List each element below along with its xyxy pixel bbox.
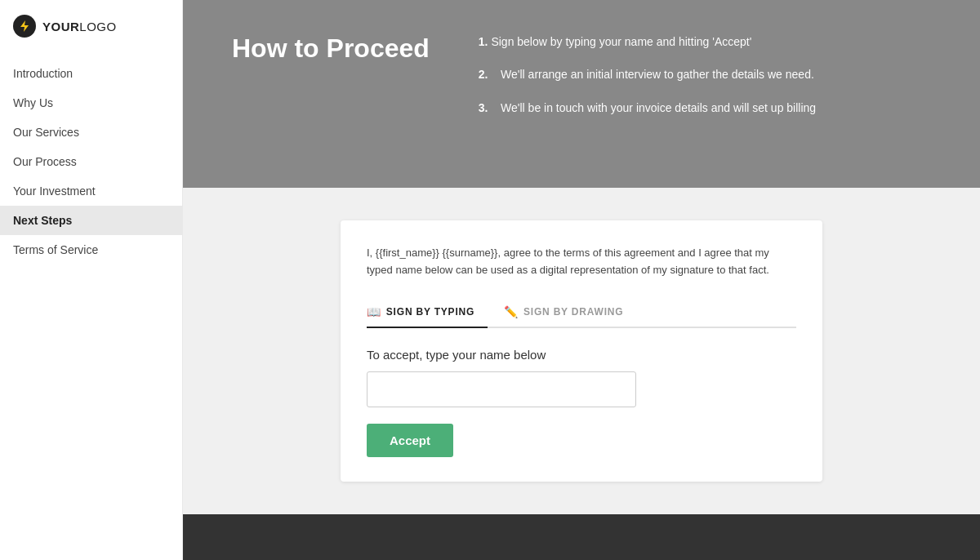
sidebar-item-your-investment[interactable]: Your Investment [0,176,182,206]
main-content: How to Proceed 1. Sign below by typing y… [183,0,980,560]
step-1-number: 1. [479,35,488,48]
sidebar-item-next-steps[interactable]: Next Steps [0,206,182,235]
type-name-label: To accept, type your name below [367,348,796,362]
book-icon: 📖 [367,305,381,318]
pencil-icon: ✏️ [504,305,519,318]
tab-sign-by-typing[interactable]: 📖 SIGN BY TYPING [367,297,488,328]
agreement-text: I, {{first_name}} {{surname}}, agree to … [367,245,796,279]
step-2-text: We'll arrange an initial interview to ga… [501,68,814,81]
hero-section: How to Proceed 1. Sign below by typing y… [183,0,980,188]
hero-title: How to Proceed [232,33,430,64]
tab-drawing-label: SIGN BY DRAWING [523,306,623,318]
tab-typing-label: SIGN BY TYPING [386,306,474,318]
logo-logo: LOGO [79,20,116,33]
hero-step-1: 1. Sign below by typing your name and hi… [479,33,931,51]
logo-your: YOUR [42,20,79,33]
hero-step-2: 2. We'll arrange an initial interview to… [479,65,931,83]
logo-text: YOURLOGO [42,20,117,33]
logo-icon [13,15,36,38]
hero-step-3: 3. We'll be in touch with your invoice d… [479,99,931,117]
step-3-text: We'll be in touch with your invoice deta… [501,101,816,114]
sidebar-item-our-services[interactable]: Our Services [0,118,182,147]
name-input[interactable] [367,371,636,407]
sidebar: YOURLOGO Introduction Why Us Our Service… [0,0,183,560]
step-2-number: 2. [479,68,488,81]
logo-area: YOURLOGO [0,0,182,52]
nav-menu: Introduction Why Us Our Services Our Pro… [0,59,182,264]
hero-steps: 1. Sign below by typing your name and hi… [479,33,931,117]
step-1-text: Sign below by typing your name and hitti… [491,35,751,48]
sign-tabs: 📖 SIGN BY TYPING ✏️ SIGN BY DRAWING [367,297,796,328]
bottom-dark-strip [183,514,980,560]
tab-sign-by-drawing[interactable]: ✏️ SIGN BY DRAWING [504,297,636,328]
content-area: I, {{first_name}} {{surname}}, agree to … [183,188,980,514]
step-3-number: 3. [479,101,488,114]
sidebar-item-terms-of-service[interactable]: Terms of Service [0,235,182,264]
signature-card: I, {{first_name}} {{surname}}, agree to … [341,220,822,482]
accept-button[interactable]: Accept [367,424,453,457]
bolt-icon [18,20,31,33]
svg-marker-0 [20,20,29,32]
sidebar-item-introduction[interactable]: Introduction [0,59,182,88]
sidebar-item-our-process[interactable]: Our Process [0,147,182,176]
sidebar-item-why-us[interactable]: Why Us [0,88,182,118]
